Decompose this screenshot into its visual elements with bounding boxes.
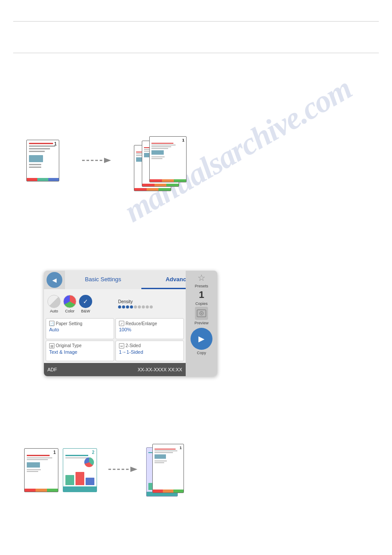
- bw-circle: [79, 295, 92, 308]
- density-bar[interactable]: [118, 305, 181, 308]
- status-right: XX-XX-XXXX XX:XX: [138, 367, 182, 372]
- printer-ui: Basic Settings Advanced Auto Color B&W: [44, 271, 217, 376]
- bw-option[interactable]: B&W: [79, 295, 92, 313]
- source-document: 1: [26, 140, 59, 181]
- density-section: Density: [115, 291, 184, 317]
- source-bar-chart: [65, 468, 94, 485]
- two-sided-value: 1→1-Sided: [119, 349, 180, 355]
- copies-label: Copies: [195, 301, 208, 306]
- second-rule: [13, 53, 379, 53]
- doc-line-3: [29, 151, 45, 152]
- bar-red: [27, 178, 37, 181]
- page-number: 1: [54, 141, 57, 146]
- copy-button[interactable]: [191, 328, 212, 350]
- page-num-s1: 1: [53, 450, 56, 455]
- top-rule: [13, 21, 379, 22]
- doc-line-red: [29, 143, 53, 144]
- original-type-value: Text & Image: [49, 349, 111, 355]
- bottom-illustration: 1 2: [24, 444, 191, 497]
- color-circle: [63, 295, 76, 308]
- auto-label: Auto: [50, 309, 58, 313]
- source-doc-1: 1: [24, 448, 58, 492]
- preview-icon[interactable]: [195, 307, 208, 320]
- original-type-cell[interactable]: ▤ Original Type Text & Image: [46, 341, 114, 361]
- back-button[interactable]: [47, 272, 62, 288]
- two-sided-cell[interactable]: ⇔ 2-Sided 1→1-Sided: [115, 341, 184, 361]
- presets-star-icon: ☆: [198, 272, 205, 283]
- density-dot-9: [150, 305, 153, 308]
- original-type-title: ▤ Original Type: [49, 343, 111, 348]
- auto-option[interactable]: Auto: [47, 295, 61, 313]
- reduce-enlarge-value: 100%: [119, 327, 180, 332]
- status-left: ADF: [47, 367, 57, 372]
- doc-line-5: [29, 167, 41, 168]
- density-dot-3: [126, 305, 129, 308]
- reduce-enlarge-label: Reduce/Enlarge: [126, 321, 157, 326]
- doc-line-1: [29, 145, 55, 147]
- density-dot-5: [134, 305, 137, 308]
- printer-main-area: Auto Color B&W Density: [44, 289, 186, 363]
- auto-circle: [47, 295, 61, 308]
- reduce-icon: ⤢: [119, 321, 124, 326]
- printer-status-bar: ADF XX-XX-XXXX XX:XX: [44, 363, 186, 376]
- bar-blue: [48, 178, 59, 181]
- density-dot-7: [142, 305, 145, 308]
- density-dot-2: [122, 305, 125, 308]
- bw-label: B&W: [81, 309, 90, 313]
- output-document-stack: 1 1: [134, 136, 187, 185]
- doc-line-4: [29, 164, 41, 165]
- density-dot-4: [130, 305, 133, 308]
- doc-line-2: [29, 148, 50, 149]
- density-dot-8: [146, 305, 149, 308]
- density-dot-1: [118, 305, 121, 308]
- tab-basic-settings[interactable]: Basic Settings: [65, 271, 141, 289]
- reduce-enlarge-title: ⤢ Reduce/Enlarge: [119, 321, 180, 326]
- stack-doc-front-inner: 1: [150, 137, 186, 182]
- page-num-1: 1: [182, 138, 184, 142]
- presets-label: Presets: [195, 284, 209, 288]
- page-num-s2: 2: [92, 450, 94, 455]
- color-option[interactable]: Color: [63, 295, 76, 313]
- top-illustration: 1 1: [26, 136, 187, 185]
- two-sided-label: 2-Sided: [126, 343, 140, 348]
- two-sided-icon: ⇔: [119, 343, 124, 348]
- reduce-enlarge-cell[interactable]: ⤢ Reduce/Enlarge 100%: [115, 318, 184, 339]
- paper-setting-title: 📄 Paper Setting: [49, 321, 111, 326]
- original-type-label: Original Type: [56, 343, 82, 348]
- svg-marker-1: [104, 158, 111, 163]
- color-label: Color: [65, 309, 75, 313]
- bottom-arrow: [108, 464, 138, 476]
- source-pie-chart: [84, 457, 94, 467]
- bottom-bar: [27, 178, 59, 181]
- svg-marker-6: [130, 467, 137, 472]
- stack-doc-front: 1: [149, 136, 187, 182]
- arrow-dashed: [81, 155, 112, 166]
- dl-bar: [134, 188, 171, 191]
- copies-value: 1: [199, 289, 204, 301]
- printer-right-panel: ☆ Presets 1 Copies Preview Copy: [186, 271, 217, 376]
- paper-setting-cell[interactable]: 📄 Paper Setting Auto: [46, 318, 114, 339]
- original-type-icon: ▤: [49, 343, 54, 348]
- page-container: manualsarchive.com 1: [0, 0, 392, 555]
- copy-label: Copy: [197, 351, 206, 355]
- paper-icon: 📄: [49, 321, 54, 326]
- density-label: Density: [118, 299, 181, 304]
- paper-setting-value: Auto: [49, 327, 111, 332]
- source-doc-2: 2: [63, 448, 97, 492]
- density-dot-6: [138, 305, 141, 308]
- two-sided-title: ⇔ 2-Sided: [119, 343, 180, 348]
- paper-setting-label: Paper Setting: [56, 321, 83, 326]
- preview-label: Preview: [194, 321, 209, 325]
- svg-point-4: [201, 313, 202, 314]
- result-two-sided: 2 1: [149, 444, 191, 497]
- result-front-page: 1: [152, 444, 184, 493]
- doc-blue-box: [29, 155, 43, 162]
- bar-green: [37, 178, 48, 181]
- color-selection-row: Auto Color B&W: [46, 291, 114, 317]
